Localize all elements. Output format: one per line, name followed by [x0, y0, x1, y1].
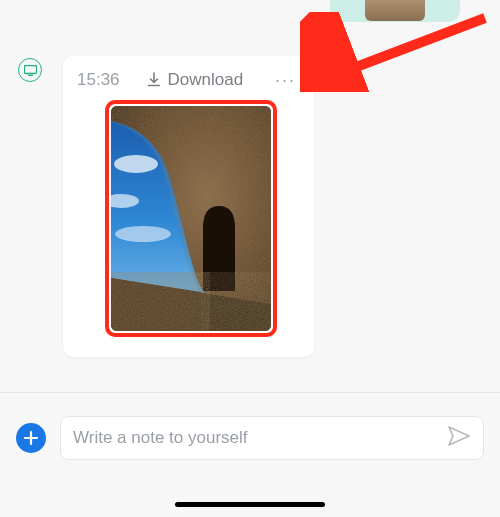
svg-line-10: [322, 18, 485, 80]
send-icon: [447, 425, 471, 447]
svg-point-6: [114, 155, 158, 173]
annotation-arrow: [300, 12, 490, 92]
section-divider: [0, 392, 500, 393]
download-button[interactable]: Download: [130, 70, 244, 90]
previous-image-thumbnail: [365, 0, 425, 21]
message-timestamp: 15:36: [77, 70, 120, 90]
compose-input-container: [60, 416, 484, 460]
svg-point-8: [115, 226, 171, 242]
plus-icon: [23, 430, 39, 446]
more-options-button[interactable]: ···: [275, 71, 300, 89]
message-image[interactable]: [111, 106, 271, 331]
compose-bar: [0, 410, 500, 466]
download-icon: [146, 72, 162, 88]
message-card: 15:36 Download ···: [63, 56, 314, 357]
svg-rect-0: [24, 65, 36, 73]
send-button[interactable]: [447, 425, 471, 451]
previous-message-bubble[interactable]: [330, 0, 460, 22]
compose-input[interactable]: [73, 428, 439, 448]
desktop-origin-icon: [18, 58, 42, 82]
message-header: 15:36 Download ···: [77, 70, 300, 90]
add-attachment-button[interactable]: [16, 423, 46, 453]
download-label: Download: [168, 70, 244, 90]
home-indicator[interactable]: [175, 502, 325, 507]
image-highlight-annotation: [105, 100, 277, 337]
